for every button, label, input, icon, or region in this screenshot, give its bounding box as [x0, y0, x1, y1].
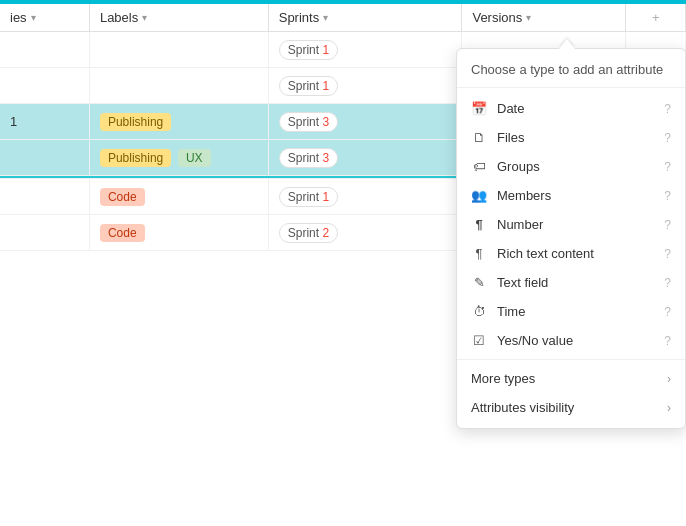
dropdown-header-text: Choose a type to add an attribute [471, 62, 663, 77]
col-labels-arrow[interactable]: ▾ [142, 12, 147, 23]
rich-text-label: Rich text content [497, 246, 594, 261]
dropdown-arrow [559, 39, 575, 49]
cell-labels [89, 68, 268, 104]
divider [457, 359, 685, 360]
cell-labels: Code [89, 179, 268, 215]
cell-sprint: Sprint 2 [268, 215, 462, 251]
dropdown-item-more-types[interactable]: More types › [457, 364, 685, 393]
attribute-type-dropdown: Choose a type to add an attribute 📅 Date… [456, 48, 686, 429]
badge-ux: UX [178, 149, 211, 167]
number-label: Number [497, 217, 543, 232]
col-header-labels: Labels ▾ [89, 4, 268, 32]
badge-code: Code [100, 188, 145, 206]
calendar-icon: 📅 [471, 101, 487, 116]
cell-labels: Publishing UX [89, 140, 268, 176]
checkbox-icon: ☑ [471, 333, 487, 348]
richtext-help-icon[interactable]: ? [664, 247, 671, 261]
visibility-chevron-icon: › [667, 401, 671, 415]
table-header-row: ies ▾ Labels ▾ Sprints ▾ [0, 4, 686, 32]
col-sprints-arrow[interactable]: ▾ [323, 12, 328, 23]
cell-sprint: Sprint 3 [268, 104, 462, 140]
col-versions-arrow[interactable]: ▾ [526, 12, 531, 23]
cell-labels: Code [89, 215, 268, 251]
number-help-icon[interactable]: ? [664, 218, 671, 232]
badge-publishing: Publishing [100, 149, 171, 167]
date-label: Date [497, 101, 524, 116]
col-header-add[interactable]: + [626, 4, 686, 32]
time-label: Time [497, 304, 525, 319]
time-icon: ⏱ [471, 304, 487, 319]
dropdown-item-date[interactable]: 📅 Date ? [457, 94, 685, 123]
sprint-badge: Sprint 1 [279, 40, 338, 60]
dropdown-item-groups[interactable]: 🏷 Groups ? [457, 152, 685, 181]
add-col-label: + [652, 10, 660, 25]
col-ies-label: ies [10, 10, 27, 25]
groups-label: Groups [497, 159, 540, 174]
members-help-icon[interactable]: ? [664, 189, 671, 203]
sprint-badge: Sprint 1 [279, 187, 338, 207]
col-header-versions: Versions ▾ [462, 4, 626, 32]
dropdown-item-rich-text[interactable]: ¶ Rich text content ? [457, 239, 685, 268]
tag-icon: 🏷 [471, 159, 487, 174]
cell-col1: 1 [0, 104, 89, 140]
cell-col1 [0, 215, 89, 251]
sprint-badge: Sprint 2 [279, 223, 338, 243]
col-labels-label: Labels [100, 10, 138, 25]
files-icon: 🗋 [471, 130, 487, 145]
more-types-label: More types [471, 371, 535, 386]
number-icon: ¶ [471, 217, 487, 232]
cell-sprint: Sprint 1 [268, 179, 462, 215]
dropdown-items-list: 📅 Date ? 🗋 Files ? 🏷 Groups ? 👥 Members [457, 88, 685, 428]
text-field-label: Text field [497, 275, 548, 290]
cell-col1 [0, 32, 89, 68]
dropdown-item-yes-no[interactable]: ☑ Yes/No value ? [457, 326, 685, 355]
yes-no-label: Yes/No value [497, 333, 573, 348]
cell-sprint: Sprint 3 [268, 140, 462, 176]
date-help-icon[interactable]: ? [664, 102, 671, 116]
members-label: Members [497, 188, 551, 203]
members-icon: 👥 [471, 188, 487, 203]
dropdown-item-files[interactable]: 🗋 Files ? [457, 123, 685, 152]
badge-code: Code [100, 224, 145, 242]
cell-col1 [0, 179, 89, 215]
dropdown-item-text-field[interactable]: ✎ Text field ? [457, 268, 685, 297]
yesno-help-icon[interactable]: ? [664, 334, 671, 348]
dropdown-header: Choose a type to add an attribute [457, 49, 685, 88]
dropdown-item-members[interactable]: 👥 Members ? [457, 181, 685, 210]
more-types-chevron-icon: › [667, 372, 671, 386]
richtext-icon: ¶ [471, 246, 487, 261]
sprint-badge: Sprint 3 [279, 148, 338, 168]
sprint-badge: Sprint 3 [279, 112, 338, 132]
cell-labels [89, 32, 268, 68]
col-versions-label: Versions [472, 10, 522, 25]
dropdown-item-visibility[interactable]: Attributes visibility › [457, 393, 685, 422]
col-sprints-label: Sprints [279, 10, 319, 25]
textfield-help-icon[interactable]: ? [664, 276, 671, 290]
badge-publishing: Publishing [100, 113, 171, 131]
files-help-icon[interactable]: ? [664, 131, 671, 145]
dropdown-item-number[interactable]: ¶ Number ? [457, 210, 685, 239]
textfield-icon: ✎ [471, 275, 487, 290]
time-help-icon[interactable]: ? [664, 305, 671, 319]
col-header-sprints: Sprints ▾ [268, 4, 462, 32]
cell-col1 [0, 140, 89, 176]
dropdown-item-time[interactable]: ⏱ Time ? [457, 297, 685, 326]
cell-sprint: Sprint 1 [268, 32, 462, 68]
col-header-ies: ies ▾ [0, 4, 89, 32]
visibility-label: Attributes visibility [471, 400, 574, 415]
groups-help-icon[interactable]: ? [664, 160, 671, 174]
col-ies-arrow[interactable]: ▾ [31, 12, 36, 23]
cell-sprint: Sprint 1 [268, 68, 462, 104]
files-label: Files [497, 130, 524, 145]
cell-col1 [0, 68, 89, 104]
cell-labels: Publishing [89, 104, 268, 140]
sprint-badge: Sprint 1 [279, 76, 338, 96]
